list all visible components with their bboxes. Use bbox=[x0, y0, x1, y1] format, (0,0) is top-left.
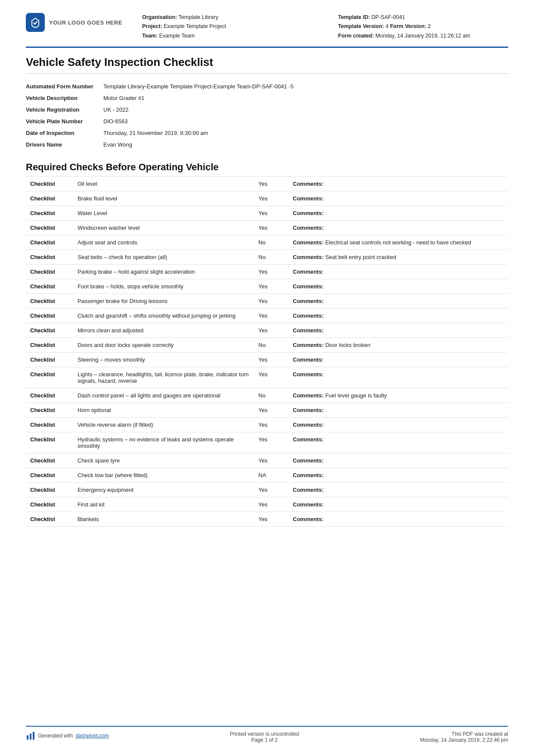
checklist-item: Adjust seat and controls bbox=[73, 235, 254, 250]
checklist-item: Brake fluid level bbox=[73, 191, 254, 206]
footer-center-line2: Page 1 of 2 bbox=[230, 737, 299, 743]
checklist-comment: Comments: Seat belt entry point cracked bbox=[289, 250, 508, 264]
checklist-value: No bbox=[254, 337, 289, 352]
info-label: Vehicle Description bbox=[26, 92, 103, 104]
checklist-label: Checklist bbox=[26, 308, 73, 323]
checklist-comment: Comments: bbox=[289, 323, 508, 337]
info-label: Date of Inspection bbox=[26, 127, 103, 139]
header-meta: Organisation: Template Library Project: … bbox=[142, 13, 508, 41]
checklist-item: Check spare tyre bbox=[73, 453, 254, 468]
footer-logo-icon bbox=[26, 731, 35, 740]
checklist-label: Checklist bbox=[26, 468, 73, 482]
checklist-row: Checklist Parking brake – hold against s… bbox=[26, 264, 508, 279]
template-version-value: 4 bbox=[385, 23, 388, 29]
checklist-comment: Comments: bbox=[289, 206, 508, 220]
checklist-item: Blankets bbox=[73, 512, 254, 526]
checklist-comment: Comments: Door locks broken bbox=[289, 337, 508, 352]
checklist-value: No bbox=[254, 235, 289, 250]
checklist-comment: Comments: bbox=[289, 294, 508, 308]
checklist-value: Yes bbox=[254, 417, 289, 432]
checklist-row: Checklist Check tow bar (where fitted) N… bbox=[26, 468, 508, 482]
checklist-value: Yes bbox=[254, 367, 289, 388]
checklist-value: Yes bbox=[254, 323, 289, 337]
checklist-row: Checklist Lights – clearance, headlights… bbox=[26, 367, 508, 388]
checklist-value: Yes bbox=[254, 279, 289, 294]
checklist-row: Checklist Seat belts – check for operati… bbox=[26, 250, 508, 264]
checklist-label: Checklist bbox=[26, 294, 73, 308]
footer-right-line2: Monday, 14 January 2019, 2:22:46 pm bbox=[420, 737, 508, 743]
checklist-comment: Comments: bbox=[289, 264, 508, 279]
checklist-value: Yes bbox=[254, 352, 289, 367]
checklist-item: Doors and door locks operate correctly bbox=[73, 337, 254, 352]
svg-rect-2 bbox=[33, 732, 34, 740]
checklist-item: Horn optional bbox=[73, 403, 254, 417]
checklist-label: Checklist bbox=[26, 279, 73, 294]
checklist-label: Checklist bbox=[26, 453, 73, 468]
form-created-label: Form created: bbox=[338, 33, 374, 39]
checklist-row: Checklist Foot brake – holds, stops vehi… bbox=[26, 279, 508, 294]
org-value: Template Library bbox=[179, 14, 218, 20]
checklist-label: Checklist bbox=[26, 206, 73, 220]
checklist-item: Lights – clearance, headlights, tail, li… bbox=[73, 367, 254, 388]
info-value: Evan Wong bbox=[103, 139, 508, 150]
org-label: Organisation: bbox=[142, 14, 177, 20]
checklist-value: Yes bbox=[254, 453, 289, 468]
checklist-value: No bbox=[254, 250, 289, 264]
checklist-row: Checklist Windscreen washer level Yes Co… bbox=[26, 220, 508, 235]
checklist-label: Checklist bbox=[26, 367, 73, 388]
template-version-label: Template Version: bbox=[338, 23, 384, 29]
checklist-item: Water Level bbox=[73, 206, 254, 220]
checklist-label: Checklist bbox=[26, 482, 73, 497]
info-table: Automated Form Number Template Library-E… bbox=[26, 81, 508, 150]
checklist-row: Checklist Mirrors clean and adjusted Yes… bbox=[26, 323, 508, 337]
checklist-comment: Comments: bbox=[289, 191, 508, 206]
checklist-label: Checklist bbox=[26, 512, 73, 526]
info-row: Automated Form Number Template Library-E… bbox=[26, 81, 508, 92]
checklist-label: Checklist bbox=[26, 403, 73, 417]
info-value: Motor Grader #1 bbox=[103, 92, 508, 104]
checklist-comment: Comments: bbox=[289, 220, 508, 235]
footer-center: Printed version is uncontrolled Page 1 o… bbox=[230, 731, 299, 743]
checklist-item: Dash control panel – all lights and gaug… bbox=[73, 388, 254, 403]
footer-right-line1: This PDF was created at bbox=[420, 731, 508, 737]
checklist-value: Yes bbox=[254, 220, 289, 235]
checklist-row: Checklist Clutch and gearshift – shifts … bbox=[26, 308, 508, 323]
project-value: Example Template Project bbox=[164, 23, 226, 29]
checklist-value: Yes bbox=[254, 264, 289, 279]
template-id-label: Template ID: bbox=[338, 14, 370, 20]
footer-right: This PDF was created at Monday, 14 Janua… bbox=[420, 731, 508, 743]
checklist-value: Yes bbox=[254, 176, 289, 191]
info-label: Vehicle Registration bbox=[26, 104, 103, 116]
svg-rect-1 bbox=[30, 734, 31, 740]
footer-generated-text: Generated with bbox=[38, 733, 73, 739]
info-value: UK - 2022 bbox=[103, 104, 508, 116]
checklist-label: Checklist bbox=[26, 176, 73, 191]
checklist-item: Mirrors clean and adjusted bbox=[73, 323, 254, 337]
checklist-item: Check tow bar (where fitted) bbox=[73, 468, 254, 482]
checklist-comment: Comments: bbox=[289, 308, 508, 323]
checklist-value: Yes bbox=[254, 294, 289, 308]
form-created-value: Monday, 14 January 2019, 11:26:12 am bbox=[376, 33, 470, 39]
form-version-value: 2 bbox=[428, 23, 431, 29]
checklist-value: NA bbox=[254, 468, 289, 482]
logo-icon bbox=[26, 13, 45, 32]
checklist-comment: Comments: bbox=[289, 367, 508, 388]
info-row: Vehicle Description Motor Grader #1 bbox=[26, 92, 508, 104]
checklist-value: Yes bbox=[254, 308, 289, 323]
checklist-label: Checklist bbox=[26, 250, 73, 264]
checklist-label: Checklist bbox=[26, 264, 73, 279]
checklist-value: Yes bbox=[254, 482, 289, 497]
checklist-comment: Comments: Electrical seat controls not w… bbox=[289, 235, 508, 250]
checklist-value: Yes bbox=[254, 432, 289, 453]
checklist-row: Checklist Horn optional Yes Comments: bbox=[26, 403, 508, 417]
checklist-row: Checklist Adjust seat and controls No Co… bbox=[26, 235, 508, 250]
info-value: Thursday, 21 November 2019, 8:30:00 am bbox=[103, 127, 508, 139]
checklist-comment: Comments: bbox=[289, 417, 508, 432]
checklist-row: Checklist Check spare tyre Yes Comments: bbox=[26, 453, 508, 468]
footer-dashpivot-link[interactable]: dashpivot.com bbox=[75, 733, 109, 739]
checklist-row: Checklist Dash control panel – all light… bbox=[26, 388, 508, 403]
checklist-comment: Comments: bbox=[289, 403, 508, 417]
checklist-value: Yes bbox=[254, 206, 289, 220]
checklist-row: Checklist Steering – moves smoothly Yes … bbox=[26, 352, 508, 367]
team-value: Example Team bbox=[159, 33, 194, 39]
